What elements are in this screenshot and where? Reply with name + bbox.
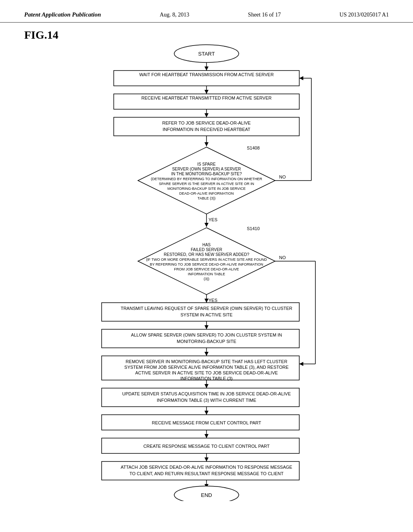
svg-text:CREATE RESPONSE MESSAGE TO CLI: CREATE RESPONSE MESSAGE TO CLIENT CONTRO… bbox=[143, 444, 269, 449]
svg-text:TO CLIENT, AND RETURN RESULTAN: TO CLIENT, AND RETURN RESULTANT RESPONSE… bbox=[129, 471, 284, 476]
publication-label: Patent Application Publication bbox=[24, 11, 101, 18]
svg-text:REFER TO JOB SERVICE DEAD-OR-A: REFER TO JOB SERVICE DEAD-OR-ALIVE bbox=[162, 121, 250, 125]
svg-text:SERVER (OWN SERVER) A SERVER: SERVER (OWN SERVER) A SERVER bbox=[172, 167, 241, 171]
svg-marker-86 bbox=[204, 434, 209, 438]
flowchart: START S1402 WAIT FOR HEARTBEAT TRANSMISS… bbox=[49, 42, 364, 501]
svg-text:ALLOW SPARE SERVER (OWN SERVER: ALLOW SPARE SERVER (OWN SERVER) TO JOIN … bbox=[131, 332, 282, 337]
svg-marker-55 bbox=[204, 299, 209, 303]
svg-text:INFORMATION TABLE (3) WITH CUR: INFORMATION TABLE (3) WITH CURRENT TIME bbox=[157, 398, 257, 403]
svg-text:RECEIVE HEARTBEAT TRANSMITTED : RECEIVE HEARTBEAT TRANSMITTED FROM ACTIV… bbox=[142, 96, 272, 100]
svg-text:END: END bbox=[201, 492, 212, 498]
svg-text:NO: NO bbox=[279, 255, 286, 260]
svg-marker-91 bbox=[204, 457, 209, 461]
svg-rect-63 bbox=[102, 329, 299, 348]
svg-marker-37 bbox=[299, 76, 303, 80]
svg-rect-77 bbox=[102, 388, 299, 407]
svg-text:YES: YES bbox=[209, 298, 217, 303]
svg-text:(IF TWO OR MORE OPERABLE SERVE: (IF TWO OR MORE OPERABLE SERVERS IN ACTI… bbox=[146, 258, 267, 262]
svg-text:FAILED SERVER: FAILED SERVER bbox=[191, 247, 222, 252]
svg-text:RESTORED, OR HAS NEW SERVER AD: RESTORED, OR HAS NEW SERVER ADDED? bbox=[164, 252, 249, 257]
svg-rect-93 bbox=[102, 461, 299, 480]
svg-text:IN THE MONITORING-BACKUP SITE?: IN THE MONITORING-BACKUP SITE? bbox=[171, 172, 242, 176]
svg-text:BY REFERRING TO JOB SERVICE DE: BY REFERRING TO JOB SERVICE DEAD-OR-ALIV… bbox=[150, 262, 263, 266]
svg-marker-75 bbox=[204, 384, 209, 388]
figure-label: FIG.14 bbox=[24, 29, 58, 42]
svg-text:S1410: S1410 bbox=[247, 226, 260, 231]
svg-text:SYSTEM IN ACTIVE SITE: SYSTEM IN ACTIVE SITE bbox=[181, 312, 233, 317]
svg-text:INFORMATION TABLE: INFORMATION TABLE bbox=[188, 272, 225, 276]
svg-text:SPARE SERVER IS THE SERVER IN : SPARE SERVER IS THE SERVER IN ACTIVE SIT… bbox=[159, 182, 254, 186]
svg-text:S1408: S1408 bbox=[247, 145, 260, 150]
svg-text:ATTACH JOB SERVICE DEAD-OR-ALI: ATTACH JOB SERVICE DEAD-OR-ALIVE INFORMA… bbox=[121, 465, 292, 470]
svg-text:RECEIVE MESSAGE FROM CLIENT CO: RECEIVE MESSAGE FROM CLIENT CONTROL PART bbox=[152, 420, 261, 425]
svg-rect-57 bbox=[102, 303, 299, 321]
svg-text:WAIT FOR HEARTBEAT TRANSMISSIO: WAIT FOR HEARTBEAT TRANSMISSION FROM ACT… bbox=[139, 72, 273, 77]
svg-text:DEAD-OR-ALIVE INFORMATION: DEAD-OR-ALIVE INFORMATION bbox=[179, 191, 234, 195]
svg-text:(DETERMINED BY REFERRING TO IN: (DETERMINED BY REFERRING TO INFORMATION … bbox=[151, 177, 262, 181]
svg-text:START: START bbox=[198, 51, 215, 57]
svg-text:(3)): (3)) bbox=[204, 277, 209, 281]
svg-text:INFORMATION IN RECEIVED HEARTB: INFORMATION IN RECEIVED HEARTBEAT bbox=[163, 127, 250, 132]
page: Patent Application Publication Aug. 8, 2… bbox=[0, 0, 413, 532]
svg-text:REMOVE SERVER IN MONITORING-BA: REMOVE SERVER IN MONITORING-BACKUP SITE … bbox=[126, 359, 288, 364]
svg-text:MONITORING-BACKUP SITE IN JOB : MONITORING-BACKUP SITE IN JOB SERVICE bbox=[167, 187, 246, 191]
svg-marker-19 bbox=[204, 142, 209, 146]
svg-marker-13 bbox=[204, 113, 209, 117]
svg-marker-67 bbox=[204, 352, 209, 356]
svg-marker-3 bbox=[204, 66, 209, 71]
svg-text:TABLE (3)): TABLE (3)) bbox=[198, 196, 215, 200]
svg-marker-61 bbox=[204, 325, 209, 329]
svg-marker-53 bbox=[299, 362, 303, 366]
sheet-label: Sheet 16 of 17 bbox=[248, 12, 281, 18]
date-label: Aug. 8, 2013 bbox=[160, 12, 189, 18]
svg-text:FROM JOB SERVICE DEAD-OR-ALIVE: FROM JOB SERVICE DEAD-OR-ALIVE bbox=[174, 267, 239, 271]
svg-text:IS SPARE: IS SPARE bbox=[197, 162, 216, 166]
svg-text:SYSTEM FROM JOB SERVICE ALIVE : SYSTEM FROM JOB SERVICE ALIVE INFORMATIO… bbox=[124, 365, 288, 370]
patent-label: US 2013/0205017 A1 bbox=[340, 12, 389, 18]
svg-marker-81 bbox=[204, 411, 209, 415]
svg-marker-8 bbox=[204, 90, 209, 94]
svg-text:TRANSMIT LEAVING REQUEST OF SP: TRANSMIT LEAVING REQUEST OF SPARE SERVER… bbox=[121, 306, 292, 311]
svg-rect-15 bbox=[114, 117, 299, 136]
svg-text:YES: YES bbox=[209, 217, 217, 222]
svg-text:ACTIVE SERVER IN ACTIVE SITE T: ACTIVE SERVER IN ACTIVE SITE TO JOB SERV… bbox=[135, 370, 278, 375]
svg-text:MONITORING-BACKUP SITE: MONITORING-BACKUP SITE bbox=[177, 339, 236, 344]
svg-text:NO: NO bbox=[279, 175, 286, 179]
header: Patent Application Publication Aug. 8, 2… bbox=[0, 0, 413, 23]
svg-text:HAS: HAS bbox=[202, 243, 211, 247]
svg-text:UPDATE SERVER STATUS ACQUISITI: UPDATE SERVER STATUS ACQUISITION TIME IN… bbox=[122, 391, 291, 396]
svg-marker-33 bbox=[204, 223, 209, 227]
